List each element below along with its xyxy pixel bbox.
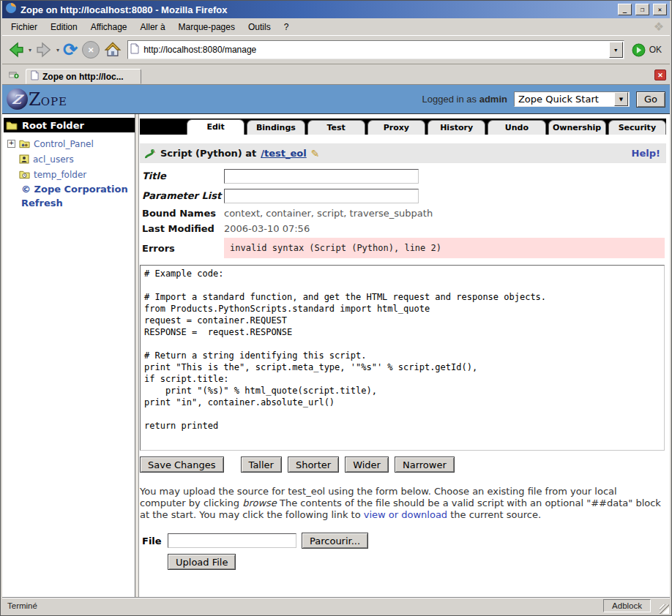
go-icon bbox=[632, 43, 646, 57]
select-dropdown-icon[interactable]: ▼ bbox=[614, 92, 628, 106]
menu-edition[interactable]: Edition bbox=[45, 20, 83, 34]
back-icon bbox=[7, 42, 25, 58]
refresh-link[interactable]: Refresh bbox=[4, 196, 135, 210]
ok-label: OK bbox=[649, 45, 662, 55]
menu-outils[interactable]: Outils bbox=[242, 20, 277, 34]
back-button[interactable] bbox=[6, 38, 26, 61]
tree-row: + Control_Panel bbox=[4, 136, 135, 151]
stop-button[interactable]: ✕ bbox=[81, 38, 101, 61]
title-bar: Zope on http://localhost:8080 - Mozilla … bbox=[2, 1, 670, 18]
control-panel-icon bbox=[19, 139, 30, 149]
menu-marque-pages[interactable]: Marque-pages bbox=[173, 20, 241, 34]
tab-bindings[interactable]: Bindings bbox=[247, 120, 305, 135]
narrower-button[interactable]: Narrower bbox=[395, 457, 455, 473]
menu-affichage[interactable]: Affichage bbox=[85, 20, 133, 34]
taller-button[interactable]: Taller bbox=[241, 457, 282, 473]
tab-title: Zope on http://loc... bbox=[42, 72, 124, 82]
upload-file-button[interactable]: Upload File bbox=[168, 554, 236, 570]
reload-button[interactable]: ⟳ bbox=[61, 38, 79, 61]
tree-row: acl_users bbox=[4, 151, 135, 167]
upload-instructions: You may upload the source for test_eol u… bbox=[140, 486, 665, 521]
close-button[interactable]: ✕ bbox=[653, 4, 667, 15]
tab-strip: Zope on http://loc... ✕ bbox=[2, 64, 670, 84]
parameter-list-input[interactable] bbox=[224, 189, 419, 203]
zope-logo: Z bbox=[7, 89, 28, 110]
zope-corporation-link[interactable]: © Zope Corporation bbox=[4, 182, 135, 196]
errors-label: Errors bbox=[142, 243, 224, 254]
tab-edit[interactable]: Edit bbox=[187, 119, 244, 135]
bound-names-label: Bound Names bbox=[142, 208, 224, 219]
menu-fichier[interactable]: Fichier bbox=[5, 20, 43, 34]
file-label: File bbox=[142, 536, 163, 546]
adblock-button[interactable]: Adblock bbox=[603, 599, 651, 612]
properties-form: Title Parameter List Bound Names context… bbox=[140, 166, 666, 260]
stop-icon: ✕ bbox=[82, 41, 100, 59]
window-title: Zope on http://localhost:8080 - Mozilla … bbox=[20, 4, 614, 15]
tab-security[interactable]: Security bbox=[608, 120, 666, 135]
back-dropdown-icon[interactable]: ▾ bbox=[28, 47, 32, 53]
help-link[interactable]: Help! bbox=[632, 148, 660, 159]
address-dropdown-button[interactable]: ▼ bbox=[609, 42, 623, 58]
status-bar: Terminé Adblock bbox=[2, 597, 670, 614]
forward-button[interactable] bbox=[34, 38, 54, 61]
management-tabs: Edit Bindings Test Proxy History Undo Ow… bbox=[140, 119, 666, 135]
temp-folder-icon bbox=[19, 170, 30, 179]
tab-proxy[interactable]: Proxy bbox=[367, 120, 425, 135]
sidebar-item-temp-folder[interactable]: temp_folder bbox=[34, 170, 86, 180]
object-header: Script (Python) at /test_eol ✎ Help! bbox=[140, 143, 666, 163]
firefox-icon bbox=[5, 2, 17, 17]
shorter-button[interactable]: Shorter bbox=[288, 457, 339, 473]
file-input[interactable] bbox=[168, 533, 296, 548]
title-label: Title bbox=[142, 170, 224, 181]
browser-tab[interactable]: Zope on http://loc... bbox=[26, 69, 141, 84]
browse-button[interactable]: Parcourir... bbox=[302, 533, 368, 549]
object-path-link[interactable]: /test_eol bbox=[261, 148, 306, 159]
navigation-toolbar: ▾ ▾ ⟳ ✕ ▼ OK bbox=[2, 36, 670, 64]
resize-grip[interactable] bbox=[660, 604, 669, 614]
menu-bar: Fichier Edition Affichage Aller à Marque… bbox=[2, 18, 670, 36]
code-editor[interactable]: # Example code: # Import a standard func… bbox=[140, 265, 665, 451]
view-download-link[interactable]: view or download bbox=[364, 509, 447, 520]
new-tab-button[interactable] bbox=[4, 67, 23, 82]
title-input[interactable] bbox=[224, 169, 419, 184]
sidebar-item-control-panel[interactable]: Control_Panel bbox=[34, 139, 94, 149]
save-changes-button[interactable]: Save Changes bbox=[140, 457, 224, 473]
wider-button[interactable]: Wider bbox=[345, 457, 389, 473]
forward-dropdown-icon[interactable]: ▾ bbox=[56, 47, 60, 53]
status-text: Terminé bbox=[7, 601, 603, 610]
bound-names-value: context, container, script, traverse_sub… bbox=[224, 208, 433, 219]
tab-history[interactable]: History bbox=[428, 120, 485, 135]
quick-start-select[interactable]: Zope Quick Start ▼ bbox=[514, 91, 630, 107]
logged-in-user: admin bbox=[479, 94, 507, 105]
go-button[interactable]: Go bbox=[636, 91, 665, 108]
navigation-tree: + Control_Panel acl_users temp_folder bbox=[4, 136, 135, 182]
expand-toggle[interactable]: + bbox=[7, 140, 15, 148]
last-modified-label: Last Modified bbox=[142, 223, 224, 234]
url-input[interactable] bbox=[142, 42, 606, 57]
editor-buttons: Save Changes Taller Shorter Wider Narrow… bbox=[140, 457, 666, 473]
new-tab-icon bbox=[9, 70, 19, 80]
file-upload-row: File Parcourir... bbox=[140, 533, 666, 549]
maximize-button[interactable]: ❐ bbox=[635, 4, 649, 15]
zope-banner: Z ZOPE Logged in as admin Zope Quick Sta… bbox=[2, 84, 670, 114]
python-script-icon bbox=[143, 148, 156, 159]
home-button[interactable] bbox=[102, 38, 123, 61]
go-ok-button[interactable]: OK bbox=[629, 43, 666, 57]
tab-ownership[interactable]: Ownership bbox=[548, 120, 606, 135]
parameter-list-label: Parameter List bbox=[142, 190, 224, 201]
sidebar: Root Folder + Control_Panel acl_users te… bbox=[2, 114, 135, 597]
content-area: Root Folder + Control_Panel acl_users te… bbox=[2, 114, 670, 597]
zope-wordmark: ZOPE bbox=[29, 91, 67, 108]
pencil-icon[interactable]: ✎ bbox=[311, 148, 320, 159]
menu-aller-a[interactable]: Aller à bbox=[135, 20, 171, 34]
close-tab-button[interactable]: ✕ bbox=[654, 70, 666, 80]
reload-icon: ⟳ bbox=[63, 41, 78, 59]
acl-users-icon bbox=[19, 154, 29, 164]
sidebar-item-acl-users[interactable]: acl_users bbox=[33, 154, 74, 165]
error-message: invalid syntax (Script (Python), line 2) bbox=[224, 238, 665, 258]
tab-test[interactable]: Test bbox=[307, 120, 365, 135]
root-folder-header: Root Folder bbox=[4, 118, 135, 132]
minimize-button[interactable]: _ bbox=[618, 4, 632, 15]
tab-undo[interactable]: Undo bbox=[488, 120, 545, 135]
menu-help[interactable]: ? bbox=[278, 20, 295, 34]
